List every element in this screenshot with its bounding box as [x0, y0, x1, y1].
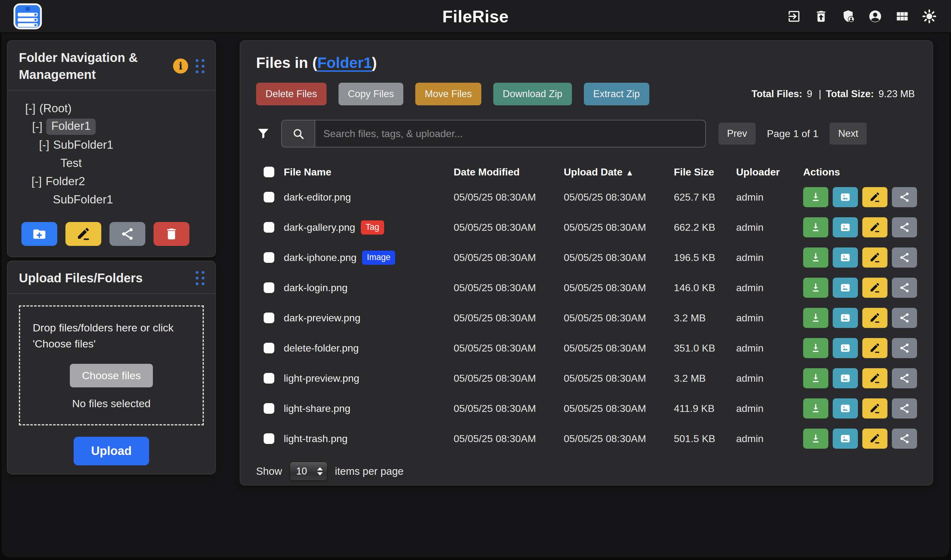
row-checkbox[interactable]	[264, 282, 274, 293]
preview-button[interactable]	[833, 278, 858, 298]
share-button[interactable]	[892, 429, 917, 449]
tree-item-subfolder1-2[interactable]: SubFolder1	[49, 191, 215, 209]
select-all-checkbox[interactable]	[264, 167, 274, 177]
edit-button[interactable]	[862, 187, 888, 207]
file-name[interactable]: light-trash.png	[284, 433, 348, 445]
download-button[interactable]	[803, 338, 828, 358]
edit-button[interactable]	[862, 368, 888, 388]
preview-button[interactable]	[833, 248, 858, 268]
file-name[interactable]: dark-iphone.png	[284, 252, 356, 263]
tree-toggle[interactable]: [-]	[31, 175, 42, 188]
delete-folder-button[interactable]	[154, 222, 190, 246]
tree-item-folder1[interactable]: [-] Folder1	[32, 118, 215, 136]
current-folder-link[interactable]: Folder1	[318, 54, 372, 71]
tree-item-subfolder1[interactable]: [-] SubFolder1	[39, 136, 215, 154]
rename-folder-button[interactable]	[65, 222, 101, 246]
preview-button[interactable]	[833, 187, 858, 207]
row-checkbox[interactable]	[264, 343, 274, 354]
download-button[interactable]	[803, 429, 828, 449]
tree-toggle[interactable]: [-]	[32, 120, 42, 133]
download-button[interactable]	[803, 278, 828, 298]
share-button[interactable]	[892, 338, 917, 358]
tree-toggle[interactable]: [-]	[25, 102, 35, 115]
light-mode-icon[interactable]	[922, 9, 937, 23]
filter-icon[interactable]	[256, 126, 271, 141]
share-folder-button[interactable]	[109, 222, 145, 246]
row-checkbox[interactable]	[264, 403, 274, 414]
edit-button[interactable]	[862, 217, 888, 237]
share-button[interactable]	[892, 187, 917, 207]
drag-handle-icon[interactable]	[196, 271, 205, 285]
tree-item-root[interactable]: [-] (Root)	[25, 99, 215, 118]
tree-item-folder2[interactable]: [-] Folder2	[31, 172, 215, 191]
edit-button[interactable]	[862, 278, 888, 298]
preview-button[interactable]	[833, 308, 858, 328]
delete-files-button[interactable]: Delete Files	[256, 83, 327, 105]
grid-view-icon[interactable]	[895, 9, 909, 23]
items-per-page-select[interactable]: 10	[290, 462, 327, 481]
tree-label[interactable]: Folder2	[46, 175, 85, 188]
admin-panel-icon[interactable]	[841, 9, 855, 23]
info-icon[interactable]: i	[173, 58, 188, 74]
share-button[interactable]	[892, 368, 917, 388]
edit-button[interactable]	[862, 398, 888, 418]
tree-label[interactable]: SubFolder1	[53, 193, 113, 206]
tree-label[interactable]: (Root)	[39, 102, 72, 115]
file-name[interactable]: dark-editor.png	[284, 191, 351, 203]
row-checkbox[interactable]	[264, 433, 274, 444]
file-name[interactable]: dark-gallery.png	[284, 222, 355, 233]
download-button[interactable]	[803, 248, 828, 268]
row-checkbox[interactable]	[264, 312, 274, 323]
choose-files-button[interactable]: Choose files	[70, 364, 153, 388]
copy-files-button[interactable]: Copy Files	[339, 83, 403, 105]
share-button[interactable]	[892, 308, 917, 328]
tree-toggle[interactable]: [-]	[39, 138, 49, 152]
share-button[interactable]	[892, 217, 917, 237]
user-profile-icon[interactable]	[868, 9, 882, 23]
row-checkbox[interactable]	[264, 252, 274, 263]
share-button[interactable]	[892, 398, 917, 418]
file-name[interactable]: light-share.png	[284, 403, 350, 414]
preview-button[interactable]	[833, 368, 858, 388]
file-name[interactable]: light-preview.png	[284, 372, 359, 384]
tree-label-selected[interactable]: Folder1	[46, 118, 96, 135]
share-button[interactable]	[892, 248, 917, 268]
file-name[interactable]: delete-folder.png	[284, 342, 359, 354]
edit-button[interactable]	[862, 429, 888, 449]
tree-item-test[interactable]: Test	[57, 154, 215, 172]
download-button[interactable]	[803, 308, 828, 328]
stepper-arrows-icon[interactable]	[317, 467, 323, 475]
search-input[interactable]	[314, 120, 706, 148]
download-zip-button[interactable]: Download Zip	[493, 83, 572, 105]
header-file-size[interactable]: File Size	[674, 166, 736, 178]
restore-trash-icon[interactable]	[814, 9, 828, 23]
download-button[interactable]	[803, 368, 828, 388]
tree-label[interactable]: Test	[60, 157, 82, 170]
row-checkbox[interactable]	[264, 222, 274, 233]
drag-handle-icon[interactable]	[196, 59, 205, 73]
search-icon[interactable]	[281, 120, 314, 148]
row-checkbox[interactable]	[264, 373, 274, 384]
next-page-button[interactable]: Next	[829, 123, 867, 145]
tree-label[interactable]: SubFolder1	[53, 138, 113, 152]
header-upload-date[interactable]: Upload Date▲	[564, 166, 674, 178]
download-button[interactable]	[803, 398, 828, 418]
move-files-button[interactable]: Move Files	[415, 83, 481, 105]
file-name[interactable]: dark-preview.png	[284, 312, 361, 324]
tag-badge[interactable]: Tag	[361, 220, 384, 235]
edit-button[interactable]	[862, 338, 888, 358]
upload-dropzone[interactable]: Drop files/folders here or click 'Choose…	[19, 305, 204, 425]
preview-button[interactable]	[833, 217, 858, 237]
preview-button[interactable]	[833, 398, 858, 418]
download-button[interactable]	[803, 217, 828, 237]
prev-page-button[interactable]: Prev	[718, 123, 756, 145]
file-name[interactable]: dark-login.png	[284, 282, 348, 294]
share-button[interactable]	[892, 278, 917, 298]
preview-button[interactable]	[833, 429, 858, 449]
create-folder-button[interactable]	[22, 222, 57, 246]
row-checkbox[interactable]	[264, 192, 274, 203]
preview-button[interactable]	[833, 338, 858, 358]
upload-button[interactable]: Upload	[74, 437, 150, 465]
edit-button[interactable]	[862, 248, 888, 268]
header-uploader[interactable]: Uploader	[736, 166, 803, 178]
